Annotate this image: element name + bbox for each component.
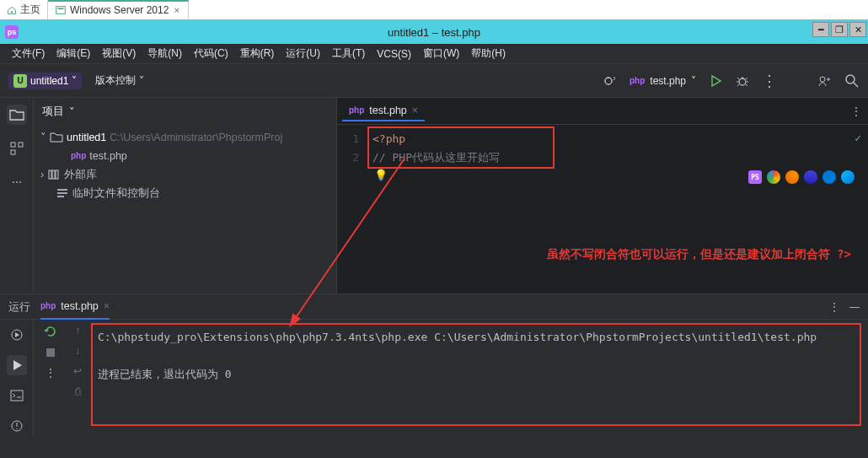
stop-icon[interactable] <box>45 347 56 358</box>
library-icon <box>47 169 61 181</box>
run-action-bar: ⋮ <box>34 320 67 436</box>
console-exit: 进程已结束，退出代码为 0 <box>98 365 858 384</box>
tree-ext-lib[interactable]: › 外部库 <box>40 165 330 184</box>
console-output[interactable]: C:\phpstudy_pro\Extensions\php\php7.3.4n… <box>88 320 868 436</box>
close-icon[interactable]: × <box>412 105 418 116</box>
os-tab-server-label: Windows Server 2012 <box>70 4 169 16</box>
os-tab-server[interactable]: Windows Server 2012 × <box>48 0 189 19</box>
minimize-button[interactable]: ━ <box>812 22 829 37</box>
tree-file-name: test.php <box>89 147 126 165</box>
play-tool-icon[interactable] <box>7 355 27 375</box>
menu-bar: 文件(F) 编辑(E) 视图(V) 导航(N) 代码(C) 重构(R) 运行(U… <box>0 44 868 64</box>
run-config-name: test.php <box>650 75 686 87</box>
home-icon <box>7 5 17 15</box>
close-button[interactable]: ✕ <box>849 22 866 37</box>
menu-file[interactable]: 文件(F) <box>7 44 50 63</box>
annotation-text: 虽然不写闭合符也可以运行，但是还是建议加上闭合符 ?> <box>547 247 851 262</box>
tree-file[interactable]: php test.php <box>40 147 330 165</box>
menu-refactor[interactable]: 重构(R) <box>235 44 280 63</box>
chevron-down-icon: ˅ <box>72 75 77 87</box>
code-line-2: PHP代码从这里开始写 <box>392 151 499 164</box>
console-more-icon[interactable]: ⋮ <box>46 367 56 379</box>
left-tool-rail: ⋯ <box>0 98 34 294</box>
tree-root-name: untitled1 <box>67 128 106 147</box>
project-panel-title: 项目 <box>42 104 64 119</box>
problems-tool-icon[interactable] <box>7 416 27 436</box>
run-hide-icon[interactable]: — <box>849 301 860 313</box>
project-name: untitled1 <box>30 75 68 87</box>
more-actions-icon[interactable]: ⋮ <box>762 73 777 89</box>
check-icon: ✓ <box>855 132 861 144</box>
run-tab[interactable]: php test.php × <box>40 294 110 320</box>
bulb-icon[interactable]: 💡 <box>374 169 388 181</box>
phpstorm-browser-icon[interactable]: PS <box>748 170 762 184</box>
code-area[interactable]: 1 2 <?php // PHP代码从这里开始写 💡 ✓ PS 虽然不写闭合符也… <box>337 125 868 294</box>
tree-root[interactable]: ˅ untitled1 C:\Users\Administrator\Phpst… <box>40 128 330 147</box>
workspace: ⋯ 项目 ˅ ˅ untitled1 C:\Users\Administrato… <box>0 98 868 294</box>
menu-window[interactable]: 窗口(W) <box>418 44 464 63</box>
code-with-me-icon[interactable] <box>817 73 833 89</box>
menu-navigate[interactable]: 导航(N) <box>142 44 187 63</box>
gutter: 1 2 <box>337 125 366 294</box>
scroll-up-icon[interactable]: ↑ <box>75 325 80 337</box>
run-button[interactable] <box>708 73 723 89</box>
more-tool-icon[interactable]: ⋯ <box>7 172 27 192</box>
php-icon: php <box>71 147 86 165</box>
svg-rect-16 <box>46 348 55 357</box>
safari-icon[interactable] <box>804 170 817 184</box>
chevron-down-icon: ˅ <box>40 128 46 147</box>
svg-rect-11 <box>56 170 58 179</box>
run-configuration[interactable]: php test.php ˅ <box>630 75 696 87</box>
project-tree: ˅ untitled1 C:\Users\Administrator\Phpst… <box>34 125 336 294</box>
php-icon: php <box>349 105 364 115</box>
tree-scratch-label: 临时文件和控制台 <box>72 184 160 202</box>
svg-rect-6 <box>11 143 15 147</box>
run-tool-icon[interactable] <box>7 325 27 345</box>
menu-code[interactable]: 代码(C) <box>189 44 233 63</box>
os-tab-home-label: 主页 <box>20 3 40 17</box>
vcs-selector[interactable]: 版本控制 ˅ <box>90 72 149 89</box>
terminal-tool-icon[interactable] <box>7 385 27 406</box>
menu-vcs[interactable]: VCS(S) <box>372 46 416 62</box>
project-selector[interactable]: U untitled1 ˅ <box>8 73 82 89</box>
title-bar: ps untitled1 – test.php ━ ❐ ✕ <box>0 20 868 44</box>
print-icon[interactable]: ⎙ <box>75 385 81 397</box>
rerun-icon[interactable] <box>44 325 57 338</box>
close-icon[interactable]: × <box>172 5 180 15</box>
svg-rect-7 <box>19 143 23 147</box>
scratch-icon <box>56 187 69 199</box>
editor-tab[interactable]: php test.php × <box>342 101 425 121</box>
run-tab-title: test.php <box>61 300 98 312</box>
edge-icon[interactable] <box>841 170 855 184</box>
run-more-icon[interactable]: ⋮ <box>829 301 839 313</box>
os-tab-home[interactable]: 主页 <box>0 1 48 19</box>
console-command: C:\phpstudy_pro\Extensions\php\php7.3.4n… <box>98 328 858 347</box>
window-title: untitled1 – test.php <box>388 26 480 39</box>
chevron-down-icon[interactable]: ˅ <box>69 105 75 118</box>
svg-rect-9 <box>49 170 51 179</box>
project-tool-icon[interactable] <box>7 105 27 125</box>
menu-help[interactable]: 帮助(H) <box>466 44 511 63</box>
php-icon: php <box>40 301 56 310</box>
firefox-icon[interactable] <box>785 170 799 184</box>
menu-run[interactable]: 运行(U) <box>281 44 325 63</box>
soft-wrap-icon[interactable]: ↩ <box>73 365 82 377</box>
scroll-down-icon[interactable]: ↓ <box>75 345 80 357</box>
debug-button[interactable] <box>735 73 750 89</box>
editor-more-icon[interactable]: ⋮ <box>851 105 861 117</box>
project-panel-header: 项目 ˅ <box>34 98 336 125</box>
project-initial-icon: U <box>13 74 27 88</box>
search-icon[interactable] <box>844 73 860 89</box>
menu-edit[interactable]: 编辑(E) <box>51 44 95 63</box>
maximize-button[interactable]: ❐ <box>831 22 848 37</box>
structure-tool-icon[interactable] <box>7 138 27 159</box>
chrome-icon[interactable] <box>767 170 780 184</box>
svg-rect-10 <box>52 170 55 179</box>
svg-point-4 <box>820 77 825 82</box>
debug-settings-icon[interactable] <box>603 73 618 89</box>
close-icon[interactable]: × <box>104 300 110 312</box>
menu-view[interactable]: 视图(V) <box>97 44 141 63</box>
ie-icon[interactable] <box>822 170 836 184</box>
tree-scratch[interactable]: 临时文件和控制台 <box>40 184 330 202</box>
menu-tools[interactable]: 工具(T) <box>327 44 370 63</box>
